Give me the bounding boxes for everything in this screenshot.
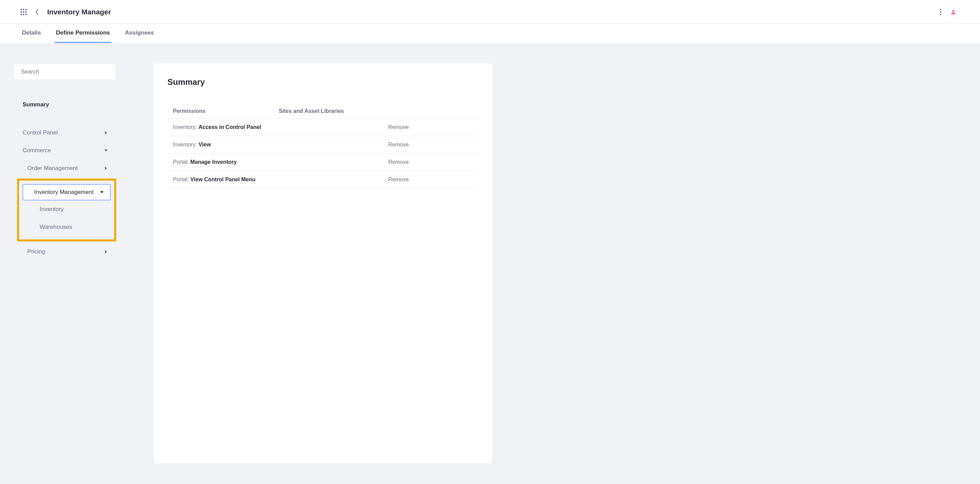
page-title: Inventory Manager bbox=[47, 8, 111, 16]
col-remove bbox=[383, 104, 479, 119]
col-sites: Sites and Asset Libraries bbox=[273, 104, 383, 119]
caret-down-icon bbox=[100, 190, 104, 194]
svg-rect-8 bbox=[25, 14, 27, 15]
svg-rect-4 bbox=[23, 11, 24, 13]
perm-action: View bbox=[199, 142, 211, 147]
nav-item-pricing[interactable]: Pricing bbox=[14, 243, 116, 260]
svg-rect-2 bbox=[25, 9, 27, 10]
svg-rect-7 bbox=[23, 14, 24, 15]
perm-scope: Portal: bbox=[173, 176, 190, 182]
nav-item-control-panel[interactable]: Control Panel bbox=[14, 124, 116, 142]
nav-label-pricing: Pricing bbox=[27, 248, 45, 255]
perm-cell: Portal: View Control Panel Menu bbox=[167, 171, 273, 188]
nav-label-summary: Summary bbox=[22, 101, 49, 108]
nav-label-warehouses: Warehouses bbox=[40, 224, 72, 230]
avatar[interactable] bbox=[947, 6, 959, 18]
back-icon[interactable] bbox=[35, 9, 39, 15]
search-input[interactable] bbox=[14, 64, 116, 80]
nav-label-commerce: Commerce bbox=[22, 147, 51, 154]
perm-action: Access in Control Panel bbox=[199, 124, 261, 130]
nav-item-warehouses[interactable]: Warehouses bbox=[21, 218, 113, 236]
table-row: Portal: Manage Inventory Remove bbox=[167, 153, 479, 171]
svg-point-10 bbox=[940, 11, 941, 13]
permissions-table: Permissions Sites and Asset Libraries In… bbox=[167, 104, 479, 188]
content-area: Summary Control Panel Commerce Order Man… bbox=[0, 43, 980, 484]
svg-rect-1 bbox=[23, 9, 24, 10]
sites-cell bbox=[273, 119, 383, 136]
caret-down-icon bbox=[104, 149, 108, 153]
caret-right-icon bbox=[104, 250, 108, 254]
nav-label-inventory-management: Inventory Management bbox=[34, 189, 94, 196]
table-row: Inventory: Access in Control Panel Remov… bbox=[167, 119, 479, 136]
perm-action: Manage Inventory bbox=[190, 159, 237, 165]
perm-scope: Inventory: bbox=[173, 142, 199, 147]
sites-cell bbox=[273, 153, 383, 171]
svg-point-9 bbox=[940, 9, 941, 10]
col-permissions: Permissions bbox=[167, 104, 273, 119]
top-bar-left: Inventory Manager bbox=[21, 8, 111, 16]
apps-icon[interactable] bbox=[21, 9, 27, 15]
nav-label-order-management: Order Management bbox=[27, 165, 78, 172]
tab-define-permissions[interactable]: Define Permissions bbox=[55, 24, 111, 43]
perm-cell: Portal: Manage Inventory bbox=[167, 153, 273, 171]
svg-marker-16 bbox=[100, 191, 103, 193]
perm-scope: Portal: bbox=[173, 159, 190, 165]
nav-label-inventory: Inventory bbox=[40, 206, 64, 213]
svg-marker-13 bbox=[105, 131, 107, 134]
top-bar-right bbox=[940, 6, 959, 18]
svg-rect-5 bbox=[25, 11, 27, 13]
svg-rect-0 bbox=[21, 9, 22, 10]
table-row: Portal: View Control Panel Menu Remove bbox=[167, 171, 479, 188]
remove-link[interactable]: Remove bbox=[388, 159, 409, 165]
svg-marker-15 bbox=[105, 166, 107, 170]
main-panel: Summary Permissions Sites and Asset Libr… bbox=[154, 64, 492, 463]
kebab-menu-icon[interactable] bbox=[940, 8, 942, 15]
nav-label-control-panel: Control Panel bbox=[22, 129, 58, 136]
nav-item-commerce[interactable]: Commerce bbox=[14, 142, 116, 160]
svg-marker-17 bbox=[105, 250, 107, 254]
perm-action: View Control Panel Menu bbox=[190, 176, 256, 182]
tab-details[interactable]: Details bbox=[21, 24, 42, 43]
perm-cell: Inventory: View bbox=[167, 136, 273, 153]
svg-rect-3 bbox=[21, 11, 22, 13]
svg-rect-6 bbox=[21, 14, 22, 15]
panel-title: Summary bbox=[167, 77, 479, 87]
side-nav: Summary Control Panel Commerce Order Man… bbox=[14, 96, 116, 260]
nav-item-order-management[interactable]: Order Management bbox=[14, 160, 116, 177]
caret-right-icon bbox=[104, 131, 108, 135]
caret-right-icon bbox=[104, 166, 108, 170]
nav-item-summary[interactable]: Summary bbox=[14, 96, 116, 113]
tab-assignees[interactable]: Assignees bbox=[124, 24, 156, 43]
top-bar: Inventory Manager bbox=[0, 0, 980, 24]
nav-item-inventory-management[interactable]: Inventory Management bbox=[22, 184, 111, 200]
sites-cell bbox=[273, 136, 383, 153]
remove-link[interactable]: Remove bbox=[388, 142, 409, 147]
table-row: Inventory: View Remove bbox=[167, 136, 479, 153]
sites-cell bbox=[273, 171, 383, 188]
perm-cell: Inventory: Access in Control Panel bbox=[167, 119, 273, 136]
remove-link[interactable]: Remove bbox=[388, 176, 409, 182]
perm-scope: Inventory: bbox=[173, 124, 199, 130]
nav-item-inventory[interactable]: Inventory bbox=[21, 200, 113, 218]
tab-bar: Details Define Permissions Assignees bbox=[0, 24, 980, 43]
sidebar: Summary Control Panel Commerce Order Man… bbox=[14, 64, 116, 463]
svg-point-11 bbox=[940, 14, 941, 15]
remove-link[interactable]: Remove bbox=[388, 124, 409, 130]
svg-marker-14 bbox=[104, 150, 108, 152]
svg-point-12 bbox=[952, 10, 955, 12]
highlight-box: Inventory Management Inventory Warehouse… bbox=[17, 179, 116, 241]
